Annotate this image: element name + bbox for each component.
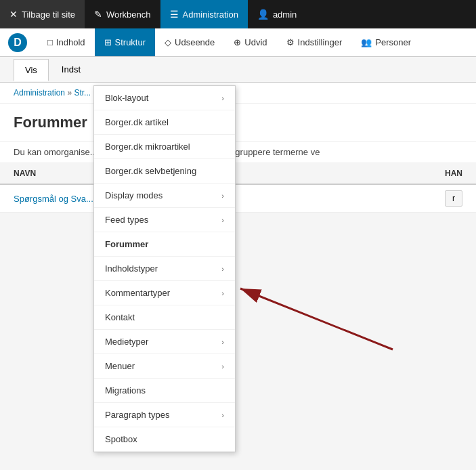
personer-label: Personer — [375, 37, 411, 47]
tab-vis[interactable]: Vis — [14, 59, 49, 81]
dropdown-item-label-feed-types: Feed types — [105, 215, 148, 225]
svg-line-1 — [240, 289, 393, 349]
udseende-icon: ◇ — [165, 37, 171, 47]
row-action: r — [336, 184, 476, 213]
indhold-label: Indhold — [56, 37, 85, 47]
dropdown-item-label-kontakt: Kontakt — [105, 312, 135, 322]
dropdown-item-label-blok-layout: Blok-layout — [105, 93, 148, 103]
struktur-dropdown: Blok-layout›Borger.dk artikelBorger.dk m… — [93, 85, 236, 452]
col-han: HAN — [336, 163, 476, 184]
row-action-button[interactable]: r — [445, 190, 462, 207]
dropdown-item-label-migrations: Migrations — [105, 385, 146, 396]
administration-nav-item[interactable]: ☰ Administration — [160, 0, 248, 28]
sec-nav-indhold[interactable]: □ Indhold — [38, 28, 95, 56]
dropdown-item-forummer[interactable]: Forummer — [94, 232, 235, 257]
dropdown-item-label-spotbox: Spotbox — [105, 434, 137, 444]
dropdown-item-label-paragraph-types: Paragraph types — [105, 410, 169, 420]
dropdown-item-borger-artikel[interactable]: Borger.dk artikel — [94, 110, 235, 135]
top-nav-bar: ✕ Tilbage til site ✎ Workbench ☰ Adminis… — [0, 0, 476, 28]
chevron-right-icon: › — [221, 338, 224, 346]
chevron-right-icon: › — [221, 289, 224, 297]
dropdown-item-migrations[interactable]: Migrations — [94, 379, 235, 403]
indhold-icon: □ — [47, 37, 53, 47]
sec-nav-indstillinger[interactable]: ⚙ Indstillinger — [277, 28, 352, 56]
tab-bar: Vis Indst — [0, 57, 476, 83]
dropdown-item-kommentartyper[interactable]: Kommentartyper› — [94, 281, 235, 305]
sec-nav-struktur[interactable]: ⊞ Struktur — [95, 28, 156, 56]
dropdown-item-spotbox[interactable]: Spotbox — [94, 427, 235, 452]
drupal-logo: D — [8, 33, 27, 52]
back-icon: ✕ — [9, 9, 18, 20]
dropdown-item-kontakt[interactable]: Kontakt — [94, 305, 235, 330]
dropdown-item-label-medietyper: Medietyper — [105, 337, 148, 347]
sec-nav-personer[interactable]: 👥 Personer — [351, 28, 420, 56]
dropdown-item-label-indholdstyper: Indholdstyper — [105, 263, 158, 274]
dropdown-item-label-borger-mikroartikel: Borger.dk mikroartikel — [105, 142, 190, 152]
udvid-label: Udvid — [244, 37, 267, 47]
user-icon: 👤 — [257, 9, 269, 20]
chevron-right-icon: › — [221, 94, 224, 102]
struktur-label: Struktur — [115, 37, 146, 47]
dropdown-item-label-forummer: Forummer — [105, 239, 148, 249]
chevron-right-icon: › — [221, 265, 224, 273]
dropdown-item-borger-selvbetjening[interactable]: Borger.dk selvbetjening — [94, 159, 235, 184]
dropdown-item-label-kommentartyper: Kommentartyper — [105, 288, 170, 298]
personer-icon: 👥 — [361, 37, 372, 47]
workbench-label: Workbench — [106, 9, 151, 20]
page-header: Forummer + Tilføj forum — [0, 104, 476, 142]
user-nav-item[interactable]: 👤 admin — [248, 0, 306, 28]
dropdown-item-label-borger-selvbetjening: Borger.dk selvbetjening — [105, 166, 196, 176]
main-content-area: Vis Indst Administration » Str... Forumm… — [0, 57, 476, 213]
dropdown-item-indholdstyper[interactable]: Indholdstyper› — [94, 257, 235, 281]
chevron-right-icon: › — [221, 411, 224, 419]
table-row: Spørgsmål og Sva... r — [0, 184, 476, 213]
breadcrumb-admin-link[interactable]: Administration — [14, 88, 65, 98]
indstillinger-label: Indstillinger — [298, 37, 343, 47]
chevron-right-icon: › — [221, 216, 224, 224]
breadcrumb: Administration » Str... — [0, 83, 476, 104]
dropdown-item-label-menuer: Menuer — [105, 361, 135, 371]
workbench-nav-item[interactable]: ✎ Workbench — [85, 0, 160, 28]
page-description: Du kan omorganise... bruge træk-og-slip-… — [0, 142, 476, 163]
struktur-icon: ⊞ — [104, 37, 112, 47]
workbench-icon: ✎ — [94, 9, 102, 20]
dropdown-item-feed-types[interactable]: Feed types› — [94, 208, 235, 232]
sec-nav-udvid[interactable]: ⊕ Udvid — [224, 28, 276, 56]
administration-label: Administration — [183, 9, 238, 20]
forums-table: NAVN HAN Spørgsmål og Sva... r — [0, 163, 476, 213]
chevron-right-icon: › — [221, 362, 224, 370]
dropdown-item-paragraph-types[interactable]: Paragraph types› — [94, 403, 235, 427]
dropdown-item-medietyper[interactable]: Medietyper› — [94, 330, 235, 354]
dropdown-item-menuer[interactable]: Menuer› — [94, 354, 235, 379]
udseende-label: Udseende — [175, 37, 215, 47]
chevron-right-icon: › — [221, 192, 224, 200]
udvid-icon: ⊕ — [234, 37, 241, 47]
dropdown-item-blok-layout[interactable]: Blok-layout› — [94, 86, 235, 110]
tab-indst[interactable]: Indst — [50, 58, 92, 81]
dropdown-item-display-modes[interactable]: Display modes› — [94, 184, 235, 208]
dropdown-item-label-borger-artikel: Borger.dk artikel — [105, 117, 169, 127]
dropdown-item-borger-mikroartikel[interactable]: Borger.dk mikroartikel — [94, 135, 235, 159]
page-title: Forummer — [14, 114, 87, 131]
dropdown-item-label-display-modes: Display modes — [105, 190, 163, 200]
user-label: admin — [273, 9, 297, 20]
secondary-nav: D □ Indhold ⊞ Struktur ◇ Udseende ⊕ Udvi… — [0, 28, 476, 57]
admin-menu-icon: ☰ — [170, 9, 179, 20]
sec-nav-udseende[interactable]: ◇ Udseende — [155, 28, 224, 56]
indstillinger-icon: ⚙ — [286, 37, 295, 47]
breadcrumb-str-link[interactable]: Str... — [74, 88, 91, 98]
back-to-site-button[interactable]: ✕ Tilbage til site — [0, 0, 85, 28]
back-label: Tilbage til site — [22, 9, 75, 20]
